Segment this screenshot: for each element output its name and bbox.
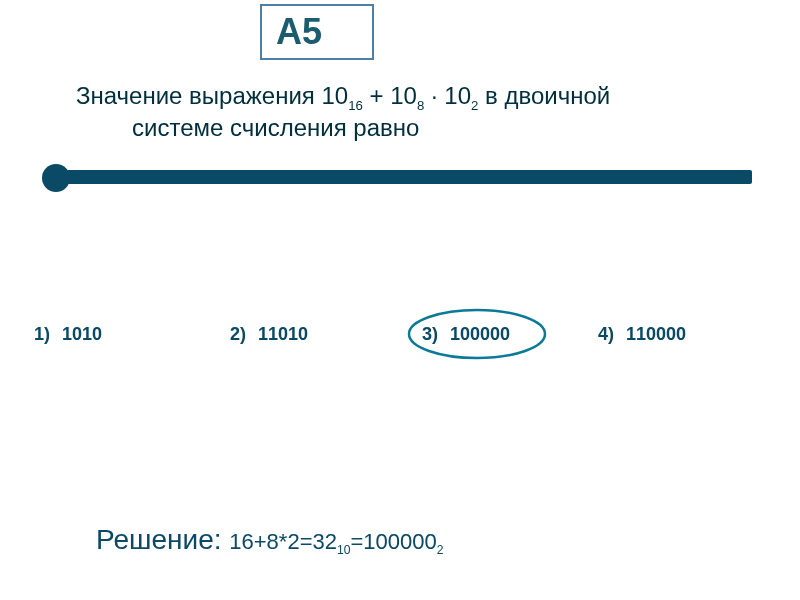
- answer-options: 1) 1010 2) 11010 3) 100000 4) 110000: [34, 324, 766, 345]
- solution-expr: 16+8*2=32: [229, 529, 337, 554]
- solution-lead: Решение:: [96, 524, 229, 555]
- solution-text: Решение: 16+8*2=3210=1000002: [96, 524, 443, 556]
- solution-sub: 10: [337, 543, 350, 557]
- divider-line: [66, 170, 752, 184]
- q-part: · 10: [424, 82, 471, 109]
- option-number: 1): [34, 324, 50, 345]
- option-4: 4) 110000: [598, 324, 748, 345]
- divider-bar: [42, 164, 758, 192]
- solution-eq: =100000: [350, 529, 436, 554]
- option-value: 110000: [626, 324, 686, 345]
- question-number-badge: A5: [260, 4, 374, 60]
- q-line2: системе счисления равно: [76, 112, 736, 144]
- q-part: + 10: [363, 82, 417, 109]
- option-1: 1) 1010: [34, 324, 230, 345]
- question-text: Значение выражения 1016 + 108 · 102 в дв…: [76, 80, 736, 145]
- option-number: 2): [230, 324, 246, 345]
- option-2: 2) 11010: [230, 324, 422, 345]
- q-part: в двоичной: [478, 82, 610, 109]
- option-number: 4): [598, 324, 614, 345]
- q-sub: 16: [348, 98, 363, 113]
- ellipse-icon: [404, 306, 550, 362]
- svg-point-0: [409, 310, 545, 358]
- option-value: 11010: [258, 324, 308, 345]
- q-part: Значение выражения 10: [76, 82, 348, 109]
- slide: A5 Значение выражения 1016 + 108 · 102 в…: [0, 0, 800, 600]
- option-value: 1010: [62, 324, 102, 345]
- solution-sub: 2: [437, 543, 444, 557]
- question-number: A5: [276, 11, 322, 53]
- correct-answer-circle: [404, 306, 550, 362]
